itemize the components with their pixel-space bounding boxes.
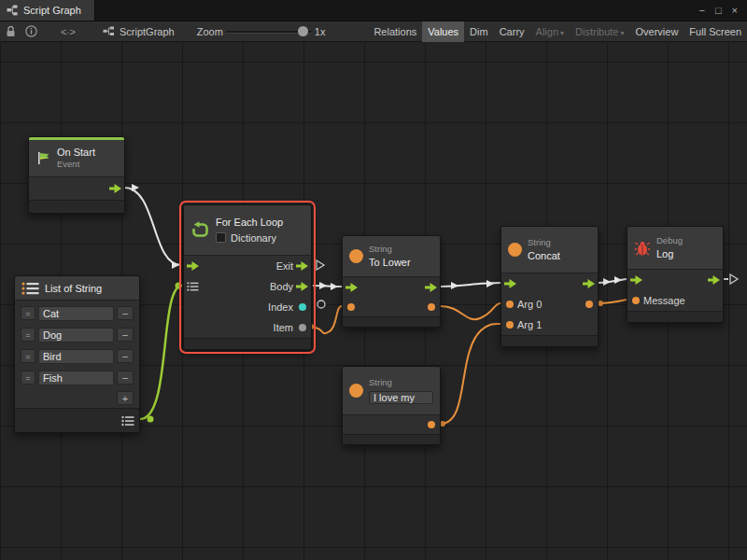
wire-arrow — [172, 261, 179, 269]
list-item-field[interactable] — [38, 306, 114, 321]
toolbar-button-relations[interactable]: Relations — [368, 21, 422, 42]
item-output-port[interactable] — [299, 324, 306, 331]
node-title: On Start — [57, 146, 95, 159]
node-for-each-loop[interactable]: For Each Loop Dictionary Exit B — [183, 204, 312, 350]
zoom-slider-knob[interactable] — [298, 26, 308, 36]
add-item-button[interactable]: + — [117, 391, 134, 405]
tab-title: Script Graph — [23, 5, 81, 16]
info-icon[interactable] — [21, 21, 41, 42]
drag-handle-icon[interactable]: = — [21, 306, 35, 320]
wire-arrow — [331, 283, 338, 290]
toolbar-button-overview[interactable]: Overview — [630, 21, 684, 42]
list-item-field[interactable] — [38, 328, 114, 343]
node-to-lower[interactable]: String To Lower — [342, 235, 441, 328]
flow-output-port[interactable] — [708, 275, 720, 285]
script-graph-icon — [7, 5, 18, 16]
node-category: String — [369, 377, 433, 388]
node-footer — [627, 311, 723, 322]
node-category: String — [369, 244, 411, 255]
chevron-down-icon: ▾ — [560, 29, 564, 37]
string-output-port[interactable] — [428, 303, 435, 311]
drag-handle-icon[interactable]: = — [21, 349, 35, 363]
string-input-port[interactable] — [347, 303, 355, 311]
node-log[interactable]: Debug Log Message — [627, 226, 724, 323]
flow-output-port[interactable] — [296, 261, 308, 271]
toolbar-button-align[interactable]: Align▾ — [530, 21, 570, 42]
toolbar-button-dim[interactable]: Dim — [464, 21, 494, 42]
port-row-item: Item — [184, 317, 311, 338]
minimize-button[interactable]: − — [698, 5, 704, 16]
port-label: Message — [643, 295, 685, 306]
node-category: Debug — [656, 235, 683, 246]
lock-icon[interactable] — [0, 21, 21, 42]
flow-output-port[interactable] — [109, 184, 121, 193]
flow-output-port[interactable] — [296, 282, 308, 291]
node-title: List of String — [45, 283, 102, 294]
string-value-field[interactable] — [369, 391, 433, 404]
port-label: Arg 0 — [517, 299, 542, 310]
index-output-port[interactable] — [299, 303, 306, 311]
arg0-input-port[interactable] — [506, 301, 514, 308]
flow-input-port[interactable] — [345, 283, 358, 292]
list-icon — [21, 281, 39, 296]
wire-arrow — [486, 280, 494, 287]
toolbar-button-carry[interactable]: Carry — [494, 21, 530, 42]
dictionary-label: Dictionary — [231, 231, 276, 245]
maximize-button[interactable]: □ — [715, 5, 722, 16]
list-input-port[interactable] — [187, 282, 199, 292]
close-button[interactable]: × — [732, 5, 738, 16]
toolbar-button-distribute[interactable]: Distribute▾ — [570, 21, 629, 42]
port-row-arg1: Arg 1 — [501, 315, 598, 335]
flow-input-port[interactable] — [187, 261, 199, 271]
script-graph-icon-small — [103, 26, 115, 36]
node-on-start[interactable]: On Start Event — [28, 136, 125, 214]
node-footer — [343, 434, 440, 444]
toolbar-button-values[interactable]: Values — [422, 21, 464, 42]
string-output-port[interactable] — [428, 421, 435, 428]
flow-output-port[interactable] — [583, 279, 595, 288]
remove-item-button[interactable]: − — [117, 328, 134, 342]
node-category: String — [528, 237, 560, 248]
dictionary-checkbox[interactable] — [216, 232, 226, 243]
tab-script-graph[interactable]: Script Graph — [0, 0, 95, 21]
zoom-slider[interactable] — [226, 21, 312, 42]
remove-item-button[interactable]: − — [117, 306, 134, 320]
message-input-port[interactable] — [632, 297, 640, 304]
drag-handle-icon[interactable]: = — [21, 371, 35, 385]
list-item-field[interactable] — [38, 349, 114, 364]
node-string-literal[interactable]: String — [342, 366, 441, 445]
flow-input-port[interactable] — [504, 279, 516, 288]
list-item: = − — [15, 367, 139, 388]
node-list-of-string[interactable]: List of String = − = − = − — [14, 275, 140, 433]
port-row-message: Message — [627, 290, 723, 311]
node-footer — [15, 408, 139, 432]
arg1-input-port[interactable] — [506, 321, 514, 329]
green-wire-dot — [148, 416, 154, 423]
result-output-port[interactable] — [585, 301, 593, 308]
toolbar-button-full-screen[interactable]: Full Screen — [684, 21, 747, 42]
zoom-label: Zoom — [197, 26, 223, 37]
port-row-trigger — [29, 177, 124, 200]
flow-input-port[interactable] — [630, 275, 642, 285]
remove-item-button[interactable]: − — [117, 371, 134, 385]
code-icon[interactable]: <∙> — [54, 21, 82, 42]
bug-icon — [634, 240, 651, 257]
graph-canvas[interactable]: On Start Event List of String — [0, 43, 747, 560]
wire-exec-onstart-to-foreach — [124, 188, 181, 265]
wire-arrow — [614, 276, 622, 284]
node-concat[interactable]: String Concat Arg 0 Arg 1 — [500, 226, 599, 347]
drag-handle-icon[interactable]: = — [21, 328, 35, 342]
remove-item-button[interactable]: − — [117, 349, 134, 363]
log-out-arrow — [730, 274, 738, 284]
node-footer — [184, 338, 311, 349]
flag-icon — [35, 150, 51, 166]
wire-value-tolower-to-concat — [441, 303, 500, 319]
port-row-flow — [343, 277, 440, 298]
list-item-field[interactable] — [38, 371, 114, 385]
port-row-value — [343, 415, 440, 434]
flow-output-port[interactable] — [425, 283, 437, 292]
graph-name-label: ScriptGraph — [120, 26, 175, 37]
list-item: = − — [15, 324, 139, 345]
list-output-port[interactable] — [121, 415, 134, 427]
green-wire-dot — [176, 283, 182, 289]
